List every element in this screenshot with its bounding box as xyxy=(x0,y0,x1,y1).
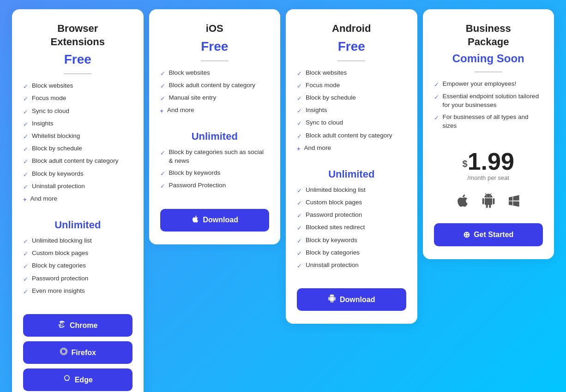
feature-text: Block by schedule xyxy=(306,94,356,102)
btn-label: Download xyxy=(340,296,375,304)
check-icon: ✓ xyxy=(160,182,165,190)
feature-item: ✓Whitelist blocking xyxy=(23,132,132,141)
feature-text: Sync to cloud xyxy=(306,119,343,127)
feature-item: ✓Unlimited blocking list xyxy=(297,186,406,195)
free-features-list: ✓Block websites✓Focus mode✓Block by sche… xyxy=(297,69,406,156)
dollar-sign: $ xyxy=(463,159,468,169)
feature-item: ✓Custom block pages xyxy=(23,249,132,258)
check-icon: ✓ xyxy=(434,93,439,101)
plus-icon: + xyxy=(160,107,164,115)
feature-item: ✓Block websites xyxy=(160,69,270,78)
card-title: Android xyxy=(297,22,406,36)
feature-text: Custom block pages xyxy=(306,198,362,207)
apple-icon xyxy=(191,215,199,226)
check-icon: ✓ xyxy=(160,95,165,103)
feature-text: Manual site entry xyxy=(169,94,217,102)
pricing-cards: BrowserExtensionsFree✓Block websites✓Foc… xyxy=(9,9,557,392)
firefox-button[interactable]: Firefox xyxy=(23,341,132,364)
feature-item: ✓Even more insights xyxy=(23,287,132,296)
divider xyxy=(475,71,502,72)
feature-item: ✓Blocked sites redirect xyxy=(297,223,406,232)
feature-item: +And more xyxy=(23,195,132,204)
card-ios: iOSFree✓Block websites✓Block adult conte… xyxy=(149,9,281,244)
svg-point-1 xyxy=(61,323,63,326)
check-icon: ✓ xyxy=(23,108,28,116)
feature-text: Block adult content by category xyxy=(169,81,256,90)
feature-text: Block adult content by category xyxy=(306,131,392,140)
edge-button[interactable]: Edge xyxy=(23,368,132,391)
feature-text: Empower your employees! xyxy=(443,80,517,89)
feature-item: ✓Password Protection xyxy=(160,181,270,190)
feature-text: Block by keywords xyxy=(169,169,221,178)
feature-text: Block by categories xyxy=(32,261,86,270)
android-platform-icon xyxy=(481,193,496,211)
check-icon: ✓ xyxy=(297,212,302,220)
windows-platform-icon xyxy=(507,193,522,211)
feature-item: ✓Block by categories such as social & ne… xyxy=(160,148,270,166)
divider xyxy=(201,60,229,61)
check-icon: ✓ xyxy=(23,158,28,166)
unlimited-label: Unlimited xyxy=(297,168,406,180)
feature-item: ✓Block by schedule xyxy=(297,94,406,103)
feature-text: Custom block pages xyxy=(32,249,88,258)
feature-text: Uninstall protection xyxy=(306,261,359,270)
price-label: Free xyxy=(160,39,270,54)
feature-item: ✓Focus mode xyxy=(23,94,132,103)
check-icon: ✓ xyxy=(23,120,28,129)
feature-text: Block websites xyxy=(169,69,210,77)
card-title: BrowserExtensions xyxy=(23,22,132,48)
card-business: BusinessPackageComing Soon✓Empower your … xyxy=(423,9,554,259)
get-started-button[interactable]: ⊕Get Started xyxy=(434,223,543,246)
check-icon: ✓ xyxy=(23,288,28,296)
feature-item: ✓Custom block pages xyxy=(297,198,406,208)
feature-item: ✓Empower your employees! xyxy=(434,80,543,89)
feature-text: Unlimited blocking list xyxy=(32,237,92,245)
check-icon: ✓ xyxy=(297,119,302,128)
feature-item: ✓Block adult content by category xyxy=(23,157,132,166)
check-icon: ✓ xyxy=(297,249,302,258)
feature-item: ✓Password protection xyxy=(23,274,132,284)
feature-item: ✓Block by categories xyxy=(297,249,406,258)
download-button[interactable]: Download xyxy=(297,288,406,311)
button-group: Download xyxy=(160,209,270,232)
feature-text: Focus mode xyxy=(306,81,340,90)
price-label: Free xyxy=(23,52,132,67)
download-button[interactable]: Download xyxy=(160,209,270,232)
feature-item: ✓Essential endpoint solution tailored fo… xyxy=(434,92,543,110)
android-icon xyxy=(328,294,336,305)
feature-item: +And more xyxy=(297,144,406,153)
business-price-block: $1.99 /month per seat xyxy=(434,149,543,181)
feature-item: ✓Uninstall protection xyxy=(23,182,132,191)
check-icon: ✓ xyxy=(23,183,28,191)
btn-label: Chrome xyxy=(70,321,97,330)
feature-text: And more xyxy=(30,195,58,203)
feature-item: ✓Manual site entry xyxy=(160,94,270,103)
card-title: iOS xyxy=(160,22,270,36)
feature-item: ✓Block by keywords xyxy=(23,170,132,179)
feature-text: Block websites xyxy=(306,69,347,77)
feature-item: ✓Sync to cloud xyxy=(23,107,132,116)
unlimited-features-list: ✓Unlimited blocking list✓Custom block pa… xyxy=(297,186,406,273)
unlimited-features-list: ✓Unlimited blocking list✓Custom block pa… xyxy=(23,237,132,299)
feature-text: Password protection xyxy=(32,274,88,283)
chrome-button[interactable]: Chrome xyxy=(23,314,132,337)
edge-icon xyxy=(63,374,71,385)
check-icon: ✓ xyxy=(297,70,302,78)
feature-text: Block websites xyxy=(32,82,73,90)
feature-text: Sync to cloud xyxy=(32,107,69,116)
check-icon: ✓ xyxy=(297,262,302,270)
button-group: ChromeFirefoxEdge xyxy=(23,314,132,391)
feature-text: Whitelist blocking xyxy=(32,132,80,141)
check-icon: ✓ xyxy=(434,81,439,89)
feature-text: Block by schedule xyxy=(32,144,82,153)
feature-item: ✓Unlimited blocking list xyxy=(23,237,132,246)
divider xyxy=(337,60,365,61)
feature-text: Block by categories xyxy=(306,249,360,257)
check-icon: ✓ xyxy=(297,224,302,232)
feature-item: ✓Password protection xyxy=(297,211,406,220)
check-icon: ✓ xyxy=(23,171,28,179)
check-icon: ✓ xyxy=(297,82,302,90)
check-icon: ✓ xyxy=(23,250,28,258)
feature-text: Focus mode xyxy=(32,94,66,103)
check-icon: ✓ xyxy=(297,237,302,245)
